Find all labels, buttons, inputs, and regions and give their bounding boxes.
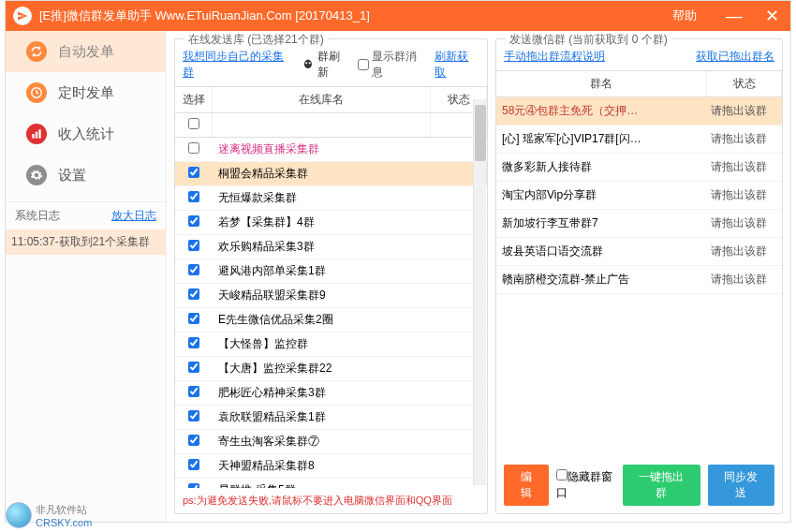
group-refresh-label: 群刷新 (317, 49, 351, 81)
library-row[interactable]: E先生微信优品采集2圈 (175, 308, 487, 332)
minimize-button[interactable]: — (715, 7, 753, 26)
col-groupstatus: 状态 (707, 71, 782, 96)
scrollbar[interactable] (473, 99, 486, 485)
library-row[interactable]: 天峻精品联盟采集群9 (175, 284, 487, 308)
group-name: 淘宝内部Vip分享群 (496, 182, 705, 209)
row-name: 袁欣联盟精品采集1群 (213, 406, 431, 429)
group-name: 微多彩新人接待群 (496, 154, 705, 181)
row-checkbox[interactable] (188, 337, 199, 348)
row-name: 易群推-采集5群 (213, 479, 431, 488)
row-checkbox[interactable] (188, 288, 199, 300)
close-button[interactable]: ✕ (753, 6, 790, 26)
log-header: 系统日志 放大日志 (6, 201, 166, 229)
show-msg-checkbox[interactable]: 显示群消息 (358, 49, 427, 81)
library-row[interactable]: 肥彬匠心精神采集3群 (175, 381, 487, 406)
expand-log-link[interactable]: 放大日志 (111, 208, 156, 224)
group-name: 坡县英语口语交流群 (496, 238, 705, 265)
drag-flow-help-link[interactable]: 手动拖出群流程说明 (504, 49, 605, 65)
row-name: 迷离视频直播采集群 (213, 138, 431, 161)
watermark-url: CRSKY.com (36, 517, 92, 528)
help-button[interactable]: 帮助 (672, 7, 697, 24)
nav-label: 定时发单 (58, 84, 114, 102)
globe-icon (6, 502, 32, 528)
group-name: [心] 瑶家军[心]VIP17群[闪… (496, 126, 705, 153)
row-checkbox[interactable] (188, 167, 199, 178)
table-header: 群名 状态 (496, 70, 782, 97)
library-row[interactable]: 无恒爆款采集群 (175, 186, 487, 211)
group-status: 请拖出该群 (705, 238, 782, 265)
nav-label: 自动发单 (58, 43, 114, 61)
panel-title: 发送微信群 (当前获取到 0 个群) (506, 32, 671, 48)
library-row[interactable]: 【大怪兽】监控群 (175, 332, 487, 357)
col-libname: 在线库名 (213, 87, 431, 112)
library-row[interactable]: 若梦【采集群】4群 (175, 211, 487, 235)
row-checkbox[interactable] (188, 386, 199, 397)
svg-rect-1 (32, 134, 34, 139)
group-row[interactable]: 58元④包群主免死（交押…请拖出该群 (496, 97, 782, 126)
group-status: 请拖出该群 (705, 154, 782, 181)
nav-item-gear[interactable]: 设置 (6, 155, 166, 196)
row-checkbox[interactable] (188, 459, 199, 470)
library-list[interactable]: 迷离视频直播采集群桐盟会精品采集群无恒爆款采集群若梦【采集群】4群欢乐购精品采集… (175, 138, 487, 488)
row-checkbox[interactable] (188, 142, 199, 154)
row-name: 避风港内部单采集1群 (213, 259, 431, 283)
row-checkbox[interactable] (188, 240, 199, 251)
refresh-get-link[interactable]: 刷新获取 (435, 49, 479, 81)
group-status: 请拖出该群 (705, 182, 782, 209)
library-row[interactable]: 袁欣联盟精品采集1群 (175, 406, 487, 430)
svg-point-5 (305, 62, 307, 64)
nav-label: 设置 (58, 167, 86, 185)
group-row[interactable]: 微多彩新人接待群请拖出该群 (496, 154, 782, 182)
group-row[interactable]: 赣南脐橙交流群-禁止广告请拖出该群 (496, 266, 782, 294)
library-row[interactable]: 【大唐】监控采集群22 (175, 357, 487, 381)
row-checkbox[interactable] (188, 191, 199, 202)
row-checkbox[interactable] (188, 313, 199, 324)
nav-item-stats[interactable]: 收入统计 (6, 113, 166, 155)
row-checkbox[interactable] (188, 362, 199, 373)
row-name: 天神盟精品采集群8 (213, 454, 431, 478)
row-name: 若梦【采集群】4群 (213, 211, 431, 234)
edit-button[interactable]: 编辑 (504, 465, 549, 506)
row-name: 桐盟会精品采集群 (213, 162, 431, 185)
row-checkbox[interactable] (188, 410, 199, 421)
library-row[interactable]: 天神盟精品采集群8 (175, 454, 487, 479)
group-refresh-button[interactable]: 群刷新 (302, 49, 350, 81)
group-status: 请拖出该群 (705, 266, 782, 293)
group-list[interactable]: 58元④包群主免死（交押…请拖出该群[心] 瑶家军[心]VIP17群[闪…请拖出… (496, 97, 782, 457)
drag-all-button[interactable]: 一键拖出群 (623, 465, 700, 506)
select-all-checkbox[interactable] (175, 113, 213, 137)
library-row[interactable]: 桐盟会精品采集群 (175, 162, 487, 186)
watermark: 非凡软件站 CRSKY.com (6, 502, 92, 528)
group-row[interactable]: 淘宝内部Vip分享群请拖出该群 (496, 182, 782, 210)
hide-window-checkbox[interactable]: 隐藏群窗口 (556, 469, 623, 501)
group-status: 请拖出该群 (705, 97, 782, 125)
get-dragged-names-link[interactable]: 获取已拖出群名 (696, 49, 774, 65)
row-name: 天峻精品联盟采集群9 (213, 284, 431, 307)
sync-icon (26, 41, 47, 62)
row-checkbox[interactable] (188, 215, 199, 227)
library-row[interactable]: 欢乐购精品采集3群 (175, 235, 487, 259)
table-header: 选择 在线库名 状态 (175, 86, 487, 113)
nav-item-clock[interactable]: 定时发单 (6, 72, 166, 113)
library-row[interactable]: 寄生虫淘客采集群⑦ (175, 430, 487, 454)
library-row[interactable]: 迷离视频直播采集群 (175, 138, 487, 162)
group-status: 请拖出该群 (705, 126, 782, 153)
sidebar: 自动发单定时发单收入统计设置 系统日志 放大日志 11:05:37-获取到21个… (6, 31, 167, 522)
row-checkbox[interactable] (188, 435, 199, 446)
clock-icon (26, 82, 47, 103)
col-groupname: 群名 (496, 71, 707, 96)
group-row[interactable]: 新加坡行李互带群7请拖出该群 (496, 210, 782, 238)
sync-own-link[interactable]: 我想同步自己的采集群 (183, 49, 294, 81)
library-row[interactable]: 易群推-采集5群 (175, 479, 487, 488)
watermark-name: 非凡软件站 (36, 503, 92, 517)
send-groups-panel: 发送微信群 (当前获取到 0 个群) 手动拖出群流程说明 获取已拖出群名 群名 … (495, 38, 783, 514)
sync-send-button[interactable]: 同步发送 (708, 465, 774, 506)
nav-item-sync[interactable]: 自动发单 (6, 31, 166, 72)
group-row[interactable]: [心] 瑶家军[心]VIP17群[闪…请拖出该群 (496, 126, 782, 154)
library-row[interactable]: 避风港内部单采集1群 (175, 259, 487, 284)
group-status: 请拖出该群 (705, 210, 782, 237)
row-name: 【大唐】监控采集群22 (213, 357, 431, 380)
group-row[interactable]: 坡县英语口语交流群请拖出该群 (496, 238, 782, 266)
log-title: 系统日志 (15, 208, 60, 224)
row-checkbox[interactable] (188, 264, 199, 275)
